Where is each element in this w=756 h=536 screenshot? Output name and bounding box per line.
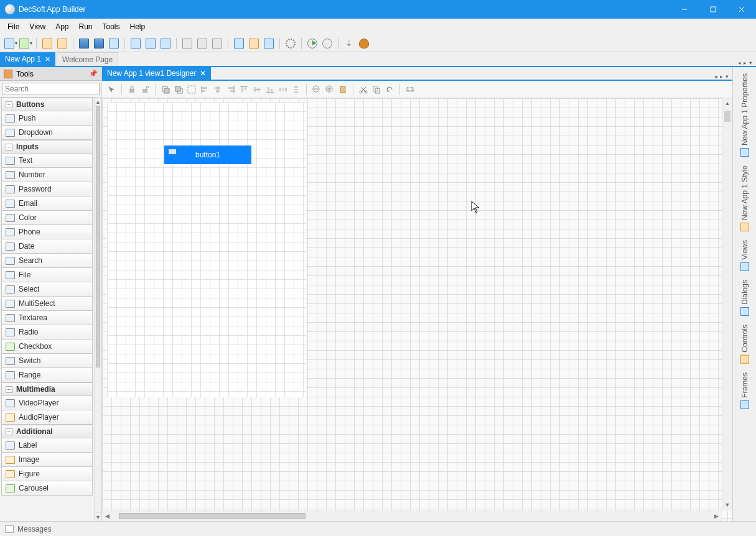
canvas[interactable]: button1 ▲ ▼ ◀ ▶ (102, 98, 732, 521)
tools-button[interactable] (284, 37, 297, 50)
save-button[interactable] (77, 37, 91, 50)
vscroll-up-icon[interactable]: ▲ (722, 98, 732, 109)
add-frame-button[interactable] (159, 37, 172, 50)
dock-style[interactable]: New App 1 Style (739, 162, 750, 235)
pin-icon[interactable]: 📌 (89, 70, 98, 78)
vscroll-thumb[interactable] (724, 111, 730, 122)
tool-multiselect[interactable]: MultiSelect (1, 297, 93, 311)
align-right-icon[interactable] (225, 84, 236, 95)
new-button[interactable]: ▾ (4, 37, 17, 50)
zoom-in-icon[interactable] (324, 84, 335, 95)
folder-button[interactable] (40, 37, 54, 50)
folders-button[interactable] (55, 37, 69, 50)
tool-number[interactable]: Number (1, 168, 93, 182)
menu-run[interactable]: Run (74, 20, 98, 34)
tool-range[interactable]: Range (1, 368, 93, 382)
tool-checkbox[interactable]: Checkbox (1, 340, 93, 354)
hscroll-thumb[interactable] (119, 513, 306, 519)
collapse-icon[interactable]: − (6, 144, 12, 150)
copy-button[interactable] (107, 37, 121, 50)
align-center-v-icon[interactable] (251, 84, 263, 95)
resource-3-button[interactable] (262, 37, 276, 50)
send-back-icon[interactable] (173, 84, 184, 95)
tool-select[interactable]: Select (1, 282, 93, 297)
tool-radio[interactable]: Radio (1, 325, 93, 340)
collapse-icon[interactable]: − (6, 101, 12, 108)
close-button[interactable] (727, 0, 756, 19)
dist-v-icon[interactable] (291, 84, 302, 95)
run-button[interactable] (306, 37, 319, 50)
maximize-button[interactable] (699, 0, 727, 19)
tool-textarea[interactable]: Textarea (1, 311, 93, 325)
settings-3-button[interactable] (210, 37, 224, 50)
tool-videoplayer[interactable]: VideoPlayer (1, 396, 93, 410)
unlock-icon[interactable] (139, 84, 151, 95)
designer-tab-close-icon[interactable]: ✕ (200, 69, 206, 78)
vscroll-down-icon[interactable]: ▼ (722, 500, 732, 511)
menu-tools[interactable]: Tools (98, 20, 125, 34)
save-all-button[interactable] (92, 37, 106, 50)
stop-button[interactable] (320, 37, 334, 50)
debug-bug-button[interactable] (357, 37, 371, 50)
minimize-button[interactable] (670, 0, 699, 19)
dist-h-icon[interactable] (278, 84, 289, 95)
tool-image[interactable]: Image (1, 453, 93, 467)
open-button[interactable]: ▾ (19, 37, 32, 50)
menu-file[interactable]: File (2, 20, 24, 34)
tool-password[interactable]: Password (1, 182, 93, 196)
group-additional[interactable]: −Additional (1, 425, 93, 438)
placed-button1[interactable]: button1 (164, 146, 251, 164)
tool-audioplayer[interactable]: AudioPlayer (1, 410, 93, 425)
dock-controls[interactable]: Controls (739, 321, 750, 367)
tools-scrollbar[interactable]: ▲ ▼ (94, 98, 101, 521)
cut-icon[interactable] (358, 84, 369, 95)
group-icon[interactable] (186, 84, 197, 95)
group-multimedia[interactable]: −Multimedia (1, 382, 93, 396)
tool-email[interactable]: Email (1, 196, 93, 211)
group-buttons[interactable]: −Buttons (1, 98, 93, 111)
align-left-icon[interactable] (199, 84, 210, 95)
tool-push[interactable]: Push (1, 111, 93, 126)
tool-color[interactable]: Color (1, 211, 93, 225)
align-bottom-icon[interactable] (264, 84, 276, 95)
design-surface[interactable]: button1 (107, 102, 306, 397)
tab-close-icon[interactable]: ✕ (45, 55, 50, 63)
dock-frames[interactable]: Frames (739, 369, 750, 413)
scroll-down-icon[interactable]: ▼ (95, 512, 101, 521)
undo-icon[interactable] (384, 84, 395, 95)
collapse-icon[interactable]: − (6, 428, 12, 435)
zoom-out-icon[interactable] (311, 84, 322, 95)
canvas-vscroll[interactable]: ▲ ▼ (722, 98, 732, 511)
dock-dialogs[interactable]: Dialogs (739, 276, 750, 320)
add-view-button[interactable] (129, 37, 142, 50)
search-input[interactable] (2, 83, 100, 95)
ratio-icon[interactable]: 1:1 (404, 84, 416, 95)
tool-carousel[interactable]: Carousel (1, 481, 93, 496)
tools-header[interactable]: Tools 📌 (0, 67, 101, 81)
menu-view[interactable]: View (24, 20, 50, 34)
designer-tab-nav[interactable]: ◂▸▾ (711, 73, 732, 80)
tool-file[interactable]: File (1, 268, 93, 282)
pointer-tool-icon[interactable] (106, 84, 117, 95)
tab-nav[interactable]: ◂▸▾ (734, 60, 756, 66)
dock-properties[interactable]: New App 1 Properties (739, 70, 750, 160)
tool-label[interactable]: Label (1, 438, 93, 453)
settings-1-button[interactable] (180, 37, 194, 50)
align-top-icon[interactable] (238, 84, 250, 95)
group-inputs[interactable]: −Inputs (1, 140, 93, 154)
messages-label[interactable]: Messages (17, 525, 52, 534)
hscroll-right-icon[interactable]: ▶ (711, 513, 722, 519)
designer-tab[interactable]: New App 1 view1 Designer ✕ (102, 67, 211, 80)
canvas-hscroll[interactable]: ◀ ▶ (102, 511, 722, 521)
scroll-up-icon[interactable]: ▲ (95, 98, 101, 106)
tab-welcome[interactable]: Welcome Page (57, 52, 118, 66)
tool-text[interactable]: Text (1, 154, 93, 168)
add-dialog-button[interactable] (144, 37, 157, 50)
tool-search[interactable]: Search (1, 254, 93, 268)
lock-icon[interactable] (126, 84, 138, 95)
paste-icon[interactable] (337, 84, 348, 95)
tab-new-app[interactable]: New App 1 ✕ (0, 52, 55, 66)
align-center-h-icon[interactable] (212, 84, 223, 95)
dock-views[interactable]: Views (739, 236, 750, 275)
collapse-icon[interactable]: − (6, 386, 12, 393)
